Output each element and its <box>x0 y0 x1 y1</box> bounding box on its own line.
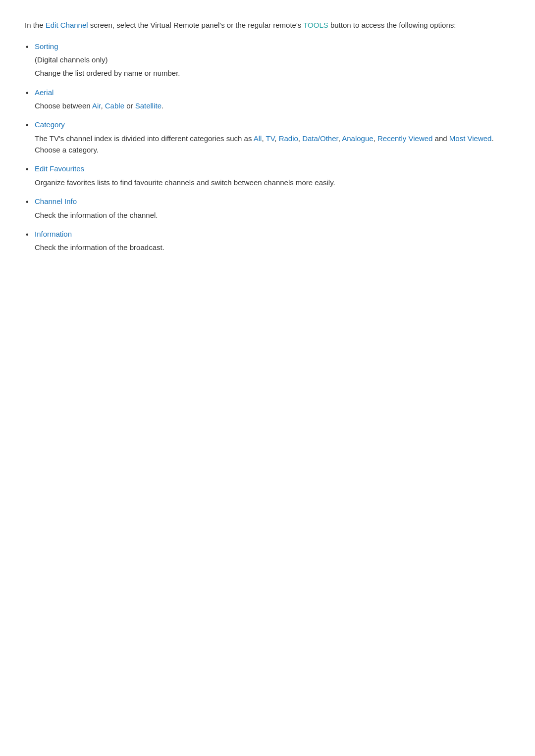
sorting-desc-2: Change the list ordered by name or numbe… <box>35 67 510 79</box>
channel-info-title: Channel Info <box>35 196 510 207</box>
intro-middle: screen, select the Virtual Remote panel'… <box>88 21 304 29</box>
channel-info-desc: Check the information of the channel. <box>35 209 510 221</box>
edit-channel-link: Edit Channel <box>46 21 88 29</box>
category-desc: The TV's channel index is divided into d… <box>35 133 510 156</box>
intro-suffix: button to access the following options: <box>328 21 456 29</box>
list-item: Information Check the information of the… <box>35 229 510 253</box>
recently-viewed-link: Recently Viewed <box>377 134 432 143</box>
air-link: Air <box>92 101 101 110</box>
list-item: Edit Favourites Organize favorites lists… <box>35 163 510 188</box>
data-other-link: Data/Other <box>302 134 338 143</box>
sorting-title: Sorting <box>35 41 510 52</box>
radio-link: Radio <box>279 134 298 143</box>
sorting-desc-1: (Digital channels only) <box>35 54 510 65</box>
tv-link: TV <box>266 134 275 143</box>
list-item: Sorting (Digital channels only) Change t… <box>35 41 510 79</box>
list-item: Channel Info Check the information of th… <box>35 196 510 221</box>
satellite-link: Satellite <box>135 101 161 110</box>
most-viewed-link: Most Viewed <box>449 134 492 143</box>
options-list: Sorting (Digital channels only) Change t… <box>25 41 510 253</box>
intro-paragraph: In the Edit Channel screen, select the V… <box>25 20 510 31</box>
aerial-title: Aerial <box>35 87 510 99</box>
analogue-link: Analogue <box>342 134 373 143</box>
all-link: All <box>254 134 262 143</box>
list-item: Aerial Choose between Air, Cable or Sate… <box>35 87 510 112</box>
edit-favourites-title: Edit Favourites <box>35 163 510 175</box>
category-title: Category <box>35 119 510 131</box>
intro-prefix: In the <box>25 21 46 29</box>
tools-link: TOOLS <box>303 21 328 29</box>
information-desc: Check the information of the broadcast. <box>35 242 510 253</box>
list-item: Category The TV's channel index is divid… <box>35 119 510 155</box>
information-title: Information <box>35 229 510 240</box>
aerial-desc: Choose between Air, Cable or Satellite. <box>35 100 510 111</box>
cable-link: Cable <box>105 101 124 110</box>
edit-favourites-desc: Organize favorites lists to find favouri… <box>35 177 510 188</box>
